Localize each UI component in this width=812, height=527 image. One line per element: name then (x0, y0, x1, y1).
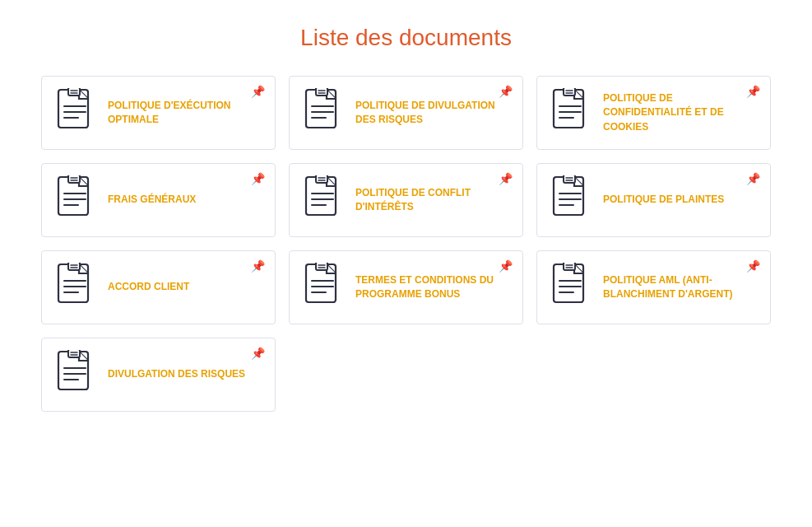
doc-label-frais-generaux: FRAIS GÉNÉRAUX (108, 193, 196, 207)
doc-icon-frais-generaux (53, 175, 96, 225)
doc-card-divulgation-risques[interactable]: 📌 DIVULGATION DES RISQUES (41, 338, 276, 412)
doc-label-accord-client: ACCORD CLIENT (108, 280, 189, 294)
pin-icon: 📌 (499, 259, 513, 273)
svg-rect-32 (316, 175, 327, 183)
doc-icon-politique-confidentialite (549, 88, 592, 138)
pin-icon: 📌 (746, 259, 760, 273)
doc-icon-divulgation-risques (53, 350, 96, 399)
pin-icon: 📌 (251, 347, 265, 360)
doc-icon-politique-aml (549, 263, 592, 312)
doc-card-politique-confidentialite[interactable]: 📌 POLITIQUE DE CONFIDENTIALITÉ ET DE COO… (536, 76, 771, 150)
doc-icon-politique-divulgation (301, 88, 344, 138)
svg-rect-46 (68, 263, 80, 270)
doc-card-frais-generaux[interactable]: 📌 FRAIS GÉNÉRAUX (41, 163, 276, 237)
doc-icon-termes-conditions (301, 263, 344, 312)
doc-label-politique-plaintes: POLITIQUE DE PLAINTES (603, 193, 724, 207)
doc-icon-politique-conflit (301, 175, 344, 225)
doc-icon-accord-client (53, 263, 96, 312)
pin-icon: 📌 (251, 259, 265, 273)
doc-card-politique-execution[interactable]: 📌 POLITIQUE D'EXÉCUTION OPTIMALE (41, 76, 276, 150)
pin-icon: 📌 (499, 172, 513, 185)
pin-icon: 📌 (746, 172, 760, 185)
doc-card-politique-divulgation[interactable]: 📌 POLITIQUE DE DIVULGATION DES RISQUES (289, 76, 523, 150)
doc-label-politique-divulgation: POLITIQUE DE DIVULGATION DES RISQUES (355, 99, 511, 128)
pin-icon: 📌 (251, 85, 265, 98)
doc-icon-politique-plaintes (549, 175, 592, 225)
svg-rect-39 (564, 175, 575, 183)
svg-rect-25 (68, 175, 80, 183)
doc-card-politique-conflit[interactable]: 📌 POLITIQUE DE CONFLIT D'INTÉRÊTS (289, 163, 523, 237)
doc-label-politique-confidentialite: POLITIQUE DE CONFIDENTIALITÉ ET DE COOKI… (603, 91, 759, 134)
doc-icon-politique-execution (53, 88, 96, 138)
pin-icon: 📌 (746, 85, 760, 98)
page-title: Liste des documents (0, 0, 812, 68)
doc-label-politique-conflit: POLITIQUE DE CONFLIT D'INTÉRÊTS (355, 186, 511, 215)
doc-label-politique-execution: POLITIQUE D'EXÉCUTION OPTIMALE (108, 99, 263, 128)
pin-icon: 📌 (251, 172, 265, 185)
svg-rect-53 (316, 263, 327, 270)
doc-label-politique-aml: POLITIQUE AML (ANTI-BLANCHIMENT D'ARGENT… (603, 273, 759, 302)
doc-label-divulgation-risques: DIVULGATION DES RISQUES (108, 367, 245, 381)
svg-rect-18 (564, 88, 575, 96)
doc-card-politique-aml[interactable]: 📌 POLITIQUE AML (ANTI-BLANCHIMENT D'ARGE… (536, 250, 771, 324)
svg-rect-67 (68, 350, 80, 357)
svg-rect-60 (564, 263, 575, 270)
pin-icon: 📌 (499, 85, 513, 98)
svg-rect-4 (68, 88, 80, 96)
doc-card-termes-conditions[interactable]: 📌 TERMES ET CONDITIONS DU PROGRAMME BONU… (289, 250, 523, 324)
doc-label-termes-conditions: TERMES ET CONDITIONS DU PROGRAMME BONUS (355, 273, 511, 302)
doc-card-politique-plaintes[interactable]: 📌 POLITIQUE DE PLAINTES (536, 163, 771, 237)
doc-card-accord-client[interactable]: 📌 ACCORD CLIENT (41, 250, 276, 324)
documents-grid: 📌 POLITIQUE D'EXÉCUTION OPTIMALE 📌 (0, 68, 812, 436)
svg-rect-11 (316, 88, 327, 96)
